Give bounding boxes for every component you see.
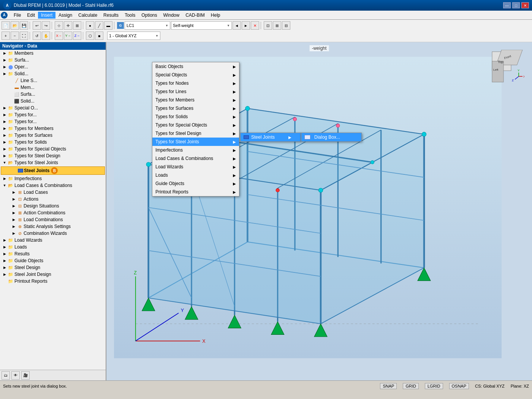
expander[interactable]: ▶ <box>11 189 17 195</box>
expander[interactable]: ▶ <box>2 271 8 277</box>
menu-printout-reports[interactable]: Printout Reports ▶ <box>152 188 239 196</box>
close-button[interactable]: ✕ <box>521 2 529 8</box>
tb-render1[interactable]: ⬡ <box>86 32 94 40</box>
tb-prev-lc[interactable]: ◄ <box>233 21 241 30</box>
tree-types-surfaces[interactable]: ▶ 📁 Types for Surfaces <box>0 132 106 139</box>
expander[interactable]: ▶ <box>2 71 8 77</box>
menu-types-nodes[interactable]: Types for Nodes ▶ <box>152 79 239 87</box>
tree-surf2[interactable]: ⬜ Surfa... <box>0 91 106 98</box>
tree-types-solids[interactable]: ▶ 📁 Types for Solids <box>0 139 106 146</box>
tb-select[interactable]: ⊹ <box>55 21 63 30</box>
tb-move[interactable]: ✛ <box>64 21 72 30</box>
tree-types-steel-design[interactable]: ▶ 📁 Types for Steel Design <box>0 152 106 159</box>
expander[interactable]: ▶ <box>11 217 17 223</box>
viewport[interactable]: -weight <box>106 42 532 380</box>
menu-file[interactable]: File <box>11 12 24 19</box>
tb-member[interactable]: ▬ <box>104 21 112 30</box>
view-combo[interactable]: 1 - Global XYZ ▼ <box>107 32 160 40</box>
menu-edit[interactable]: Edit <box>24 12 38 19</box>
expander[interactable]: ▶ <box>2 132 8 138</box>
tb-copy[interactable]: ⊞ <box>73 21 81 30</box>
tree-load-cases[interactable]: ▶ ⊞ Load Cases <box>0 189 106 196</box>
expander[interactable]: ▶ <box>2 139 8 145</box>
expander[interactable]: ▶ <box>2 146 8 152</box>
menu-calculate[interactable]: Calculate <box>75 12 100 19</box>
menu-options[interactable]: Options <box>138 12 160 19</box>
menu-insert[interactable]: Insert <box>38 12 55 19</box>
lc-name-combo[interactable]: Self-weight ▼ <box>171 21 232 30</box>
tree-special-o[interactable]: ▶ 📁 Special O... <box>0 104 106 111</box>
menu-loads[interactable]: Loads ▶ <box>152 171 239 179</box>
tb-zoom-fit[interactable]: ⛶ <box>20 32 28 40</box>
lc-combo[interactable]: LC1 ▼ <box>125 21 170 30</box>
expander[interactable]: ▶ <box>2 112 8 118</box>
tb-redo[interactable]: ↪ <box>42 21 50 30</box>
menu-cad-bim[interactable]: CAD-BIM <box>182 12 208 19</box>
insert-dropdown-menu[interactable]: Basic Objects ▶ Special Objects ▶ Types … <box>152 62 239 196</box>
expander[interactable]: ▶ <box>11 230 17 236</box>
tb-x-axis[interactable]: X→ <box>55 32 63 40</box>
menu-tools[interactable]: Tools <box>122 12 138 19</box>
tree-types2[interactable]: ▶ 📁 Types for... <box>0 118 106 125</box>
tb-zoom-in[interactable]: + <box>2 32 10 40</box>
menu-assign[interactable]: Assign <box>55 12 75 19</box>
menu-special-objects[interactable]: Special Objects ▶ <box>152 71 239 79</box>
menu-types-steel-design[interactable]: Types for Steel Design ▶ <box>152 129 239 138</box>
expander[interactable]: ▶ <box>11 210 17 216</box>
tree-loads[interactable]: ▶ 📁 Loads <box>0 244 106 250</box>
tree-results[interactable]: ▶ 📁 Results <box>0 250 106 257</box>
menu-types-lines[interactable]: Types for Lines ▶ <box>152 87 239 96</box>
menu-types-solids[interactable]: Types for Solids ▶ <box>152 112 239 121</box>
tree-combo-wiz[interactable]: ▶ ⊘ Combination Wizards <box>0 230 106 237</box>
expander[interactable]: ▶ <box>2 119 8 125</box>
panel-btn1[interactable]: 🗂 <box>2 371 10 380</box>
menu-types-members[interactable]: Types for Members ▶ <box>152 96 239 104</box>
tree-members[interactable]: ▶ 📁 Members <box>0 50 106 57</box>
osnap-indicator[interactable]: OSNAP <box>449 383 469 389</box>
menu-basic-objects[interactable]: Basic Objects ▶ <box>152 62 239 71</box>
tree-area[interactable]: ▶ 📁 Members ▶ 📁 Surfa... ▶ ⬤ Oper... ▶ 📁… <box>0 50 106 370</box>
panel-btn3[interactable]: 🎥 <box>21 371 30 380</box>
tb-delete-lc[interactable]: ✕ <box>251 21 259 30</box>
grid-indicator[interactable]: GRID <box>403 383 419 389</box>
tree-actions[interactable]: ▶ ⊡ Actions <box>0 196 106 203</box>
tree-imperfections[interactable]: ▶ 📁 Imperfections <box>0 175 106 182</box>
tree-steel-joint-design[interactable]: ▶ 📁 Steel Joint Design <box>0 271 106 278</box>
tb-open[interactable]: 📂 <box>11 21 19 30</box>
tb-new[interactable]: 📄 <box>2 21 10 30</box>
tree-surfaces[interactable]: ▶ 📁 Surfa... <box>0 57 106 63</box>
expander[interactable]: ▶ <box>11 223 17 230</box>
menu-imperfections[interactable]: Imperfections ▶ <box>152 146 239 154</box>
tb-line[interactable]: ╱ <box>95 21 103 30</box>
expander[interactable]: ▶ <box>2 258 8 264</box>
tree-printout[interactable]: 📁 Printout Reports <box>0 278 106 285</box>
tree-static[interactable]: ▶ ⊗ Static Analysis Settings <box>0 223 106 230</box>
expander[interactable]: ▶ <box>2 153 8 159</box>
expander[interactable]: ▶ <box>11 203 17 209</box>
tb-render2[interactable]: ■ <box>95 32 103 40</box>
tree-load-wizards[interactable]: ▶ 📁 Load Wizards <box>0 237 106 244</box>
tree-solids[interactable]: ▶ 📁 Solid... <box>0 70 106 77</box>
tb-view2[interactable]: ⊞ <box>273 21 281 30</box>
tree-solid2[interactable]: ⬛ Solid... <box>0 98 106 104</box>
menu-load-wizards[interactable]: Load Wizards ▶ <box>152 163 239 171</box>
expander[interactable]: ▶ <box>2 237 8 243</box>
tree-action-comb[interactable]: ▶ ⊠ Action Combinations <box>0 209 106 216</box>
tree-types-special[interactable]: ▶ 📁 Types for Special Objects <box>0 146 106 152</box>
tree-design-sit[interactable]: ▶ ⊟ Design Situations <box>0 203 106 209</box>
tb-zoom-out[interactable]: − <box>11 32 19 40</box>
tree-steel-design[interactable]: ▶ 📁 Steel Design <box>0 264 106 271</box>
menu-window[interactable]: Window <box>160 12 183 19</box>
tb-z-axis[interactable]: Z→ <box>73 32 81 40</box>
tb-node[interactable]: ● <box>86 21 94 30</box>
expander-down[interactable]: ▼ <box>2 182 8 188</box>
tree-mem2[interactable]: ▬ Mem... <box>0 84 106 91</box>
menu-load-cases-comb[interactable]: Load Cases & Combinations ▶ <box>152 154 239 163</box>
tree-load-cases-comb[interactable]: ▼ 📂 Load Cases & Combinations <box>0 182 106 189</box>
expander[interactable]: ▶ <box>2 50 8 56</box>
expander[interactable]: ▶ <box>2 264 8 271</box>
menu-guide-objects[interactable]: Guide Objects ▶ <box>152 179 239 188</box>
tree-types-steel-joints[interactable]: ▼ 📂 Types for Steel Joints <box>0 159 106 166</box>
tb-rotate[interactable]: ↺ <box>33 32 41 40</box>
menu-help[interactable]: Help <box>208 12 223 19</box>
